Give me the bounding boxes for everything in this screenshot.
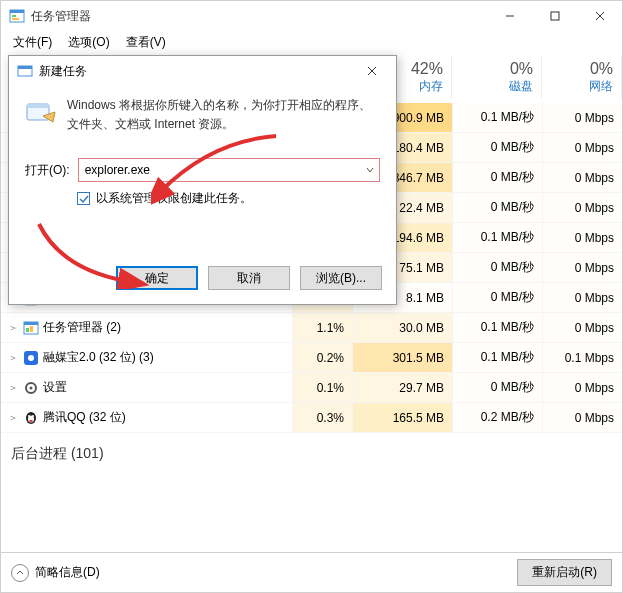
cell-name: ＞设置 (1, 379, 292, 396)
cell-disk: 0 MB/秒 (452, 133, 542, 162)
svg-rect-15 (26, 328, 29, 332)
process-name: 腾讯QQ (32 位) (43, 409, 126, 426)
open-label: 打开(O): (25, 162, 70, 179)
cell-memory: 301.5 MB (352, 343, 452, 372)
ok-button[interactable]: 确定 (116, 266, 198, 290)
cancel-button[interactable]: 取消 (208, 266, 290, 290)
svg-rect-14 (24, 322, 38, 325)
dialog-title: 新建任务 (39, 63, 356, 80)
cell-cpu: 0.2% (292, 343, 352, 372)
run-icon (25, 98, 57, 130)
close-button[interactable] (577, 1, 622, 31)
cell-name: ＞融媒宝2.0 (32 位) (3) (1, 349, 292, 366)
brief-info-link[interactable]: 简略信息(D) (35, 564, 100, 581)
cell-disk: 0.1 MB/秒 (452, 313, 542, 342)
app-icon (9, 8, 25, 24)
cell-network: 0 Mbps (542, 223, 622, 252)
svg-point-18 (28, 355, 34, 361)
expand-caret-icon[interactable]: ＞ (7, 321, 19, 335)
cell-name: ＞腾讯QQ (32 位) (1, 409, 292, 426)
admin-checkbox-label: 以系统管理权限创建此任务。 (96, 190, 252, 207)
menu-view[interactable]: 查看(V) (120, 32, 172, 53)
process-icon (23, 380, 39, 396)
table-row[interactable]: ＞设置0.1%29.7 MB0 MB/秒0 Mbps (1, 373, 622, 403)
table-row[interactable]: ＞任务管理器 (2)1.1%30.0 MB0.1 MB/秒0 Mbps (1, 313, 622, 343)
process-name: 设置 (43, 379, 67, 396)
cell-cpu: 0.1% (292, 373, 352, 402)
window-title: 任务管理器 (31, 8, 487, 25)
cell-memory: 29.7 MB (352, 373, 452, 402)
cell-disk: 0.1 MB/秒 (452, 223, 542, 252)
cell-network: 0 Mbps (542, 103, 622, 132)
menu-options[interactable]: 选项(O) (62, 32, 115, 53)
expand-caret-icon[interactable]: ＞ (7, 351, 19, 365)
footer-bar: 简略信息(D) 重新启动(R) (1, 552, 622, 592)
window-titlebar: 任务管理器 (1, 1, 622, 31)
process-icon (23, 410, 39, 426)
chevron-down-icon[interactable] (361, 159, 379, 181)
svg-point-23 (28, 415, 30, 417)
svg-rect-27 (18, 66, 32, 69)
cell-disk: 0.1 MB/秒 (452, 103, 542, 132)
cell-network: 0 Mbps (542, 193, 622, 222)
cell-memory: 165.5 MB (352, 403, 452, 432)
svg-rect-31 (27, 104, 49, 108)
svg-point-25 (29, 420, 33, 422)
restart-button[interactable]: 重新启动(R) (517, 559, 612, 586)
svg-rect-1 (10, 10, 24, 13)
cell-network: 0 Mbps (542, 403, 622, 432)
cell-memory: 30.0 MB (352, 313, 452, 342)
open-combobox[interactable] (78, 158, 380, 182)
cell-name: ＞任务管理器 (2) (1, 319, 292, 336)
open-input[interactable] (79, 163, 361, 177)
cell-disk: 0 MB/秒 (452, 373, 542, 402)
cell-network: 0 Mbps (542, 253, 622, 282)
svg-rect-2 (12, 15, 16, 17)
cell-network: 0.1 Mbps (542, 343, 622, 372)
collapse-icon[interactable] (11, 564, 29, 582)
cell-cpu: 0.3% (292, 403, 352, 432)
process-name: 任务管理器 (2) (43, 319, 121, 336)
cell-disk: 0.1 MB/秒 (452, 343, 542, 372)
svg-rect-5 (551, 12, 559, 20)
process-name: 融媒宝2.0 (32 位) (3) (43, 349, 154, 366)
dialog-icon (17, 63, 33, 79)
menu-file[interactable]: 文件(F) (7, 32, 58, 53)
process-icon (23, 320, 39, 336)
ok-button-highlight: 确定 (116, 266, 198, 290)
cell-disk: 0 MB/秒 (452, 163, 542, 192)
table-row[interactable]: ＞融媒宝2.0 (32 位) (3)0.2%301.5 MB0.1 MB/秒0.… (1, 343, 622, 373)
cell-network: 0 Mbps (542, 163, 622, 192)
menu-bar: 文件(F) 选项(O) 查看(V) (1, 31, 622, 53)
cell-disk: 0.2 MB/秒 (452, 403, 542, 432)
cell-network: 0 Mbps (542, 283, 622, 312)
maximize-button[interactable] (532, 1, 577, 31)
cell-disk: 0 MB/秒 (452, 283, 542, 312)
dialog-close-button[interactable] (356, 58, 388, 84)
column-disk[interactable]: 0% 磁盘 (452, 56, 542, 99)
admin-checkbox[interactable] (77, 192, 90, 205)
svg-rect-3 (12, 18, 19, 20)
process-icon (23, 350, 39, 366)
cell-network: 0 Mbps (542, 313, 622, 342)
section-background-processes: 后台进程 (101) (1, 433, 622, 469)
column-network[interactable]: 0% 网络 (542, 56, 622, 99)
svg-point-20 (30, 386, 33, 389)
table-row[interactable]: ＞腾讯QQ (32 位)0.3%165.5 MB0.2 MB/秒0 Mbps (1, 403, 622, 433)
run-dialog: 新建任务 Windows 将根据你所键入的名称，为你打开相应的程序、文件夹、文档… (8, 55, 397, 305)
cell-disk: 0 MB/秒 (452, 253, 542, 282)
cell-network: 0 Mbps (542, 133, 622, 162)
cell-disk: 0 MB/秒 (452, 193, 542, 222)
minimize-button[interactable] (487, 1, 532, 31)
cell-network: 0 Mbps (542, 373, 622, 402)
cell-cpu: 1.1% (292, 313, 352, 342)
expand-caret-icon[interactable]: ＞ (7, 411, 19, 425)
browse-button[interactable]: 浏览(B)... (300, 266, 382, 290)
svg-rect-16 (30, 326, 33, 332)
expand-caret-icon[interactable]: ＞ (7, 381, 19, 395)
dialog-message: Windows 将根据你所键入的名称，为你打开相应的程序、文件夹、文档或 Int… (67, 96, 380, 134)
dialog-titlebar: 新建任务 (9, 56, 396, 86)
svg-point-24 (32, 415, 34, 417)
